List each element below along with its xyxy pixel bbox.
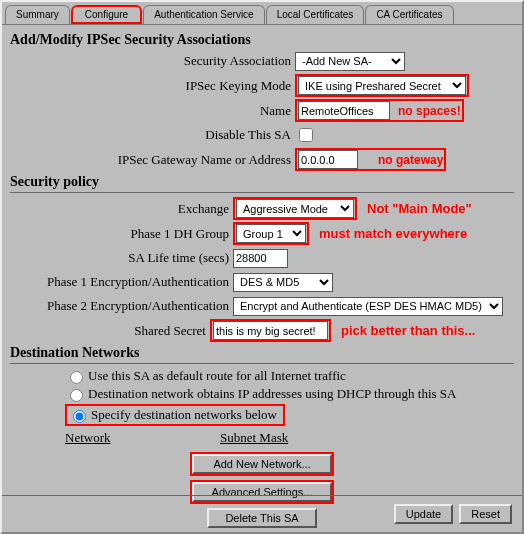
label-phase2-enc-auth: Phase 2 Encryption/Authentication xyxy=(10,298,233,314)
radio-label-default-route: Use this SA as default route for all Int… xyxy=(88,368,346,384)
heading-security-policy: Security policy xyxy=(10,174,514,190)
radio-specify-below[interactable] xyxy=(73,410,86,423)
column-header-subnet: Subnet Mask xyxy=(220,430,288,446)
tab-summary[interactable]: Summary xyxy=(5,5,70,24)
highlight-specify-below: Specify destination networks below xyxy=(65,404,285,426)
label-sa-life: SA Life time (secs) xyxy=(10,250,233,266)
input-name[interactable] xyxy=(298,101,390,120)
label-shared-secret: Shared Secret xyxy=(10,323,210,339)
radio-default-route[interactable] xyxy=(70,371,83,384)
label-exchange: Exchange xyxy=(10,201,233,217)
add-new-network-button[interactable]: Add New Network... xyxy=(192,454,332,474)
label-dh-group: Phase 1 DH Group xyxy=(10,226,233,242)
checkbox-disable-sa[interactable] xyxy=(299,128,313,142)
annotation-no-gateway: no gateway xyxy=(378,153,443,167)
tab-local-certificates[interactable]: Local Certificates xyxy=(266,5,365,24)
update-button[interactable]: Update xyxy=(394,504,453,524)
heading-destination-networks: Destination Networks xyxy=(10,345,514,361)
select-phase2-enc-auth[interactable]: Encrypt and Authenticate (ESP DES HMAC M… xyxy=(233,297,503,316)
annotation-not-main-mode: Not "Main Mode" xyxy=(367,201,472,216)
annotation-must-match: must match everywhere xyxy=(319,226,467,241)
label-phase1-enc-auth: Phase 1 Encryption/Authentication xyxy=(10,274,233,290)
label-gateway: IPSec Gateway Name or Address xyxy=(10,152,295,168)
highlight-add-network: Add New Network... xyxy=(190,452,334,476)
select-phase1-enc-auth[interactable]: DES & MD5 xyxy=(233,273,333,292)
highlight-advanced-settings: Advanced Settings... xyxy=(190,480,334,504)
tab-configure[interactable]: Configure xyxy=(71,5,142,24)
highlight-keying-mode: IKE using Preshared Secret xyxy=(295,74,469,97)
label-keying-mode: IPSec Keying Mode xyxy=(10,78,295,94)
tab-auth-service[interactable]: Authentication Service xyxy=(143,5,265,24)
select-dh-group[interactable]: Group 1 xyxy=(236,224,306,243)
delete-this-sa-button[interactable]: Delete This SA xyxy=(207,508,317,528)
label-name: Name xyxy=(10,103,295,119)
select-keying-mode[interactable]: IKE using Preshared Secret xyxy=(298,76,466,95)
tab-ca-certificates[interactable]: CA Certificates xyxy=(365,5,453,24)
input-sa-life[interactable] xyxy=(233,249,288,268)
select-security-association[interactable]: -Add New SA- xyxy=(295,52,405,71)
label-security-association: Security Association xyxy=(10,53,295,69)
reset-button[interactable]: Reset xyxy=(459,504,512,524)
highlight-gateway: no gateway xyxy=(295,148,446,171)
annotation-pick-better: pick better than this... xyxy=(341,323,475,338)
highlight-shared-secret xyxy=(210,319,331,342)
radio-dhcp[interactable] xyxy=(70,389,83,402)
column-header-network: Network xyxy=(65,430,220,446)
select-exchange[interactable]: Aggressive Mode xyxy=(236,199,354,218)
heading-add-modify: Add/Modify IPSec Security Associations xyxy=(10,32,514,48)
advanced-settings-button[interactable]: Advanced Settings... xyxy=(192,482,332,502)
input-shared-secret[interactable] xyxy=(213,321,328,340)
label-disable-sa: Disable This SA xyxy=(10,127,295,143)
highlight-dh-group: Group 1 xyxy=(233,222,309,245)
radio-label-dhcp: Destination network obtains IP addresses… xyxy=(88,386,456,402)
highlight-name: no spaces! xyxy=(295,99,464,122)
tab-bar: Summary Configure Authentication Service… xyxy=(2,2,522,25)
annotation-no-spaces: no spaces! xyxy=(398,104,461,118)
highlight-exchange: Aggressive Mode xyxy=(233,197,357,220)
input-gateway[interactable] xyxy=(298,150,358,169)
radio-label-specify-below: Specify destination networks below xyxy=(91,407,277,423)
